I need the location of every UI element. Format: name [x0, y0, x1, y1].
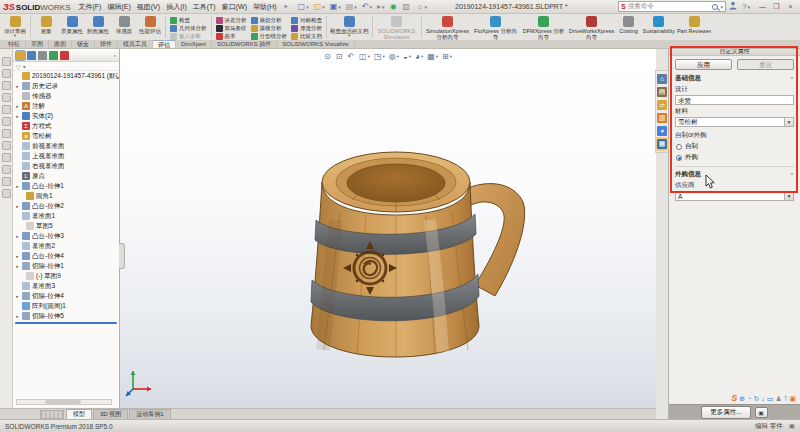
- view-settings-icon[interactable]: ⊞ ▾: [441, 52, 453, 62]
- ribbon-button[interactable]: 检查激活的文档 ▾: [329, 15, 370, 38]
- graphics-viewport[interactable]: ⊙ ⊡ ↶ ◫ ▾ ◳ ▾ ◍ ▾ ◒ ▾ ◕ ▾: [120, 49, 656, 408]
- view-orientation-icon[interactable]: ◳ ▾: [373, 52, 386, 62]
- radio-selected-icon[interactable]: [676, 155, 682, 161]
- menu-item[interactable]: 帮助(H): [250, 0, 280, 13]
- command-tab[interactable]: SOLIDWORKS 插件: [212, 40, 277, 48]
- scrollbar-thumb[interactable]: [45, 400, 81, 404]
- ribbon-button[interactable]: 厚度分析: [289, 25, 324, 32]
- dimxpertmanager-tab-icon[interactable]: [49, 51, 58, 60]
- ribbon-button[interactable]: 曲率: [214, 33, 249, 40]
- panel-splitter-handle[interactable]: [119, 243, 125, 269]
- tree-item[interactable]: 草图5: [13, 221, 119, 231]
- displaymanager-tab-icon[interactable]: [60, 51, 69, 60]
- radio-make[interactable]: 自制: [676, 142, 794, 151]
- ribbon-button[interactable]: 传感器: [111, 15, 137, 35]
- menu-item[interactable]: 编辑(E): [104, 0, 133, 13]
- save-icon[interactable]: ▣ ▾: [328, 1, 343, 13]
- tree-item[interactable]: ▸ 历史记录: [13, 81, 119, 91]
- left-toolbar-icon[interactable]: [2, 69, 11, 78]
- expand-arrow-icon[interactable]: ▸: [15, 254, 20, 259]
- ribbon-button[interactable]: 比较文档: [289, 33, 324, 40]
- more-properties-button[interactable]: 更多属性...: [701, 406, 750, 419]
- expand-arrow-icon[interactable]: ▸: [15, 294, 20, 299]
- help-button[interactable]: ?▾: [740, 2, 752, 11]
- expand-arrow-icon[interactable]: ▸: [15, 234, 20, 239]
- command-tab[interactable]: 草图: [26, 40, 49, 48]
- expand-arrow-icon[interactable]: ▸: [15, 84, 20, 89]
- sync-icon[interactable]: ↻: [753, 394, 759, 403]
- left-toolbar-icon[interactable]: [2, 93, 11, 102]
- command-tab[interactable]: 曲面: [49, 40, 72, 48]
- left-toolbar-icon[interactable]: [2, 177, 11, 186]
- command-tab[interactable]: DimXpert: [176, 40, 212, 48]
- ribbon-button[interactable]: 对称检查: [289, 17, 324, 24]
- configurationmanager-tab-icon[interactable]: [38, 51, 47, 60]
- ribbon-button[interactable]: FloXpress 分析向导: [472, 15, 520, 40]
- tree-item[interactable]: Σ 方程式: [13, 121, 119, 131]
- expand-arrow-icon[interactable]: ▸: [15, 264, 20, 269]
- tree-tabs-overflow-chevron-icon[interactable]: ›: [114, 52, 116, 58]
- chevron-down-icon[interactable]: ▼: [784, 192, 793, 200]
- tree-horizontal-scrollbar[interactable]: [16, 399, 112, 405]
- tree-item[interactable]: 基准面1: [13, 211, 119, 221]
- community-icon[interactable]: ⊕: [739, 394, 745, 403]
- edit-appearance-icon[interactable]: ◕ ▾: [414, 52, 424, 62]
- search-icon[interactable]: [712, 4, 718, 10]
- ribbon-button[interactable]: 测量: [33, 15, 59, 35]
- ribbon-button[interactable]: 性能评估: [137, 15, 163, 35]
- tree-item[interactable]: L 原点: [13, 171, 119, 181]
- menu-item[interactable]: 窗口(W): [219, 0, 250, 13]
- status-custom-icon[interactable]: ▣: [789, 422, 795, 430]
- custom-properties-icon[interactable]: ▦: [657, 139, 667, 149]
- expand-arrow-icon[interactable]: ▸: [15, 184, 20, 189]
- radio-buy[interactable]: 外购: [676, 153, 794, 162]
- store-icon[interactable]: ⊺: [784, 394, 788, 403]
- ribbon-button[interactable]: 设计算例 ▾: [2, 15, 28, 38]
- document-tab[interactable]: 3D 视图: [93, 409, 128, 419]
- command-tab[interactable]: SOLIDWORKS Visualize: [277, 40, 354, 48]
- tree-item[interactable]: ▸ 切除-拉伸1: [13, 261, 119, 271]
- tree-item[interactable]: ▸ 凸台-拉伸2: [13, 201, 119, 211]
- ribbon-button[interactable]: DriveWorksXpress 向导: [568, 15, 616, 40]
- ribbon-button[interactable]: 斑马条纹: [214, 25, 249, 32]
- solidworks-resources-icon[interactable]: ⌂: [657, 74, 667, 84]
- ribbon-button[interactable]: 剖面属性: [85, 15, 111, 35]
- ribbon-button[interactable]: 检查: [168, 17, 209, 24]
- ribbon-button[interactable]: DFMXpress 分析向导: [520, 15, 568, 40]
- radio-unselected-icon[interactable]: [676, 144, 682, 150]
- ribbon-button[interactable]: Costing: [616, 15, 642, 35]
- minimize-button[interactable]: —: [756, 0, 769, 13]
- tree-item[interactable]: 基准面3: [13, 281, 119, 291]
- reset-button[interactable]: 重设: [737, 59, 794, 70]
- tree-item[interactable]: 前视基准面: [13, 141, 119, 151]
- tree-item[interactable]: ▸ A 注解: [13, 101, 119, 111]
- close-button[interactable]: ×: [784, 0, 797, 13]
- appearances-icon[interactable]: ◕: [657, 126, 667, 136]
- file-properties-icon[interactable]: ▧: [401, 1, 414, 13]
- print-icon[interactable]: ▤ ▾: [344, 1, 359, 13]
- collapse-section-icon[interactable]: ⌃: [790, 172, 794, 178]
- email-icon[interactable]: ▭: [767, 394, 774, 403]
- hide-show-items-icon[interactable]: ◒ ▾: [402, 52, 412, 62]
- expand-arrow-icon[interactable]: ▸: [15, 104, 20, 109]
- cart-icon[interactable]: ▣: [789, 394, 796, 403]
- command-tab[interactable]: 评估: [153, 40, 176, 48]
- tree-item[interactable]: 基准面2: [13, 241, 119, 251]
- screenshot-icon[interactable]: ▣: [755, 407, 768, 418]
- tree-item[interactable]: ▸ 切除-拉伸4: [13, 291, 119, 301]
- menu-item[interactable]: 视图(V): [134, 0, 163, 13]
- ribbon-button[interactable]: SimulationXpress 分析向导: [424, 15, 472, 40]
- tree-item[interactable]: 20190124-191457-43961 (默认<<默: [13, 71, 119, 81]
- previous-view-icon[interactable]: ↶: [346, 52, 356, 62]
- tree-item[interactable]: 圆角1: [13, 191, 119, 201]
- user-icon[interactable]: ♟: [775, 394, 781, 403]
- expand-arrow-icon[interactable]: ▸: [15, 114, 20, 119]
- command-tab[interactable]: 焊件: [95, 40, 118, 48]
- view-palette-icon[interactable]: ▥: [657, 113, 667, 123]
- expand-arrow-icon[interactable]: ▸: [15, 314, 20, 319]
- tree-item[interactable]: 传感器: [13, 91, 119, 101]
- display-style-icon[interactable]: ◍ ▾: [388, 52, 400, 62]
- tree-item[interactable]: ▸ 凸台-拉伸4: [13, 251, 119, 261]
- solidworks-logo-icon[interactable]: S: [731, 394, 737, 403]
- propertymanager-tab-icon[interactable]: [27, 51, 36, 60]
